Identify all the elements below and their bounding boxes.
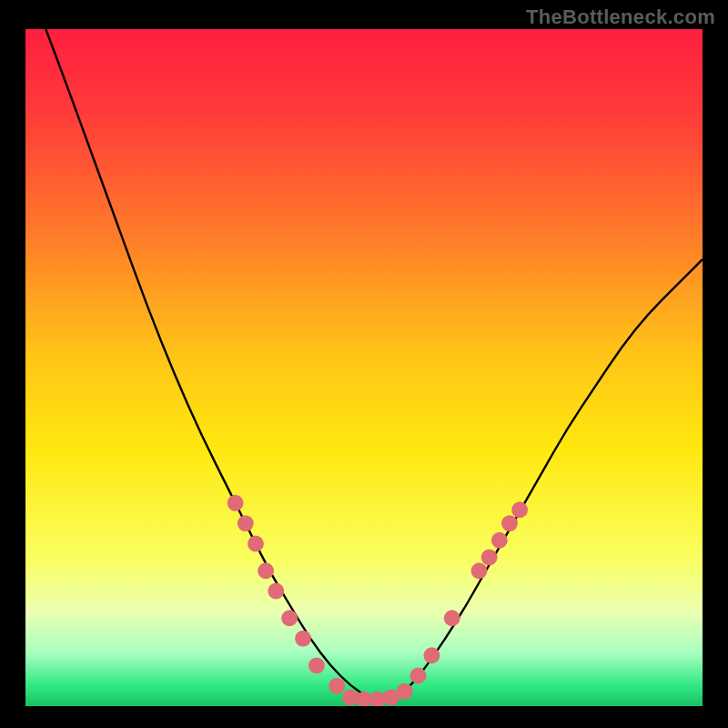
- marker-dot: [258, 562, 274, 579]
- marker-dot: [295, 631, 311, 647]
- gradient-background: [25, 29, 703, 706]
- page-root: TheBottleneck.com: [0, 0, 728, 728]
- marker-dot: [308, 657, 325, 673]
- marker-dot: [491, 532, 508, 549]
- marker-dot: [444, 610, 460, 626]
- chart-area: [25, 29, 703, 706]
- marker-dot: [397, 683, 413, 700]
- marker-dot: [329, 678, 345, 694]
- marker-dot: [248, 536, 264, 552]
- marker-dot: [268, 583, 284, 600]
- marker-dot: [423, 647, 440, 663]
- marker-dot: [481, 549, 498, 565]
- marker-dot: [410, 668, 427, 684]
- watermark-text: TheBottleneck.com: [526, 5, 715, 29]
- marker-dot: [281, 610, 298, 626]
- marker-dot: [238, 515, 254, 531]
- marker-dot: [501, 515, 518, 531]
- bottleneck-chart: [25, 29, 703, 706]
- marker-dot: [471, 562, 488, 579]
- marker-dot: [228, 495, 244, 511]
- marker-dot: [511, 501, 528, 518]
